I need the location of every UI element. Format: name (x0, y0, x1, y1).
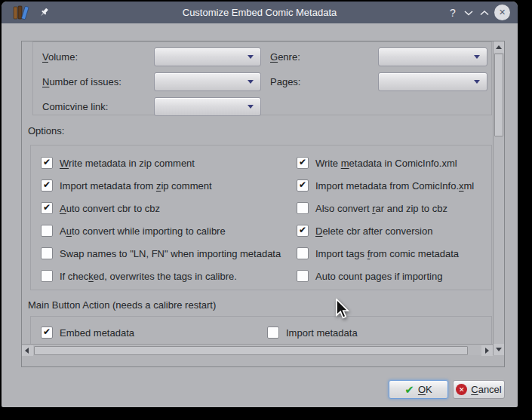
scroll-right-arrow[interactable] (481, 345, 493, 356)
checkbox-also-convert-rar-and-zip-box[interactable] (297, 202, 309, 214)
check-icon: ✔ (404, 384, 414, 395)
scrollbar-corner (493, 355, 504, 366)
pages-label: Pages: (270, 72, 300, 91)
cancel-button-label: Cancel (471, 384, 501, 395)
checkbox-auto-count-pages-if-importing-label: Auto count pages if importing (315, 271, 442, 282)
checkbox-overwrite-tags-in-calibre-box[interactable] (41, 270, 53, 282)
checkbox-write-metadata-in-zip-comment-box[interactable]: ✔ (41, 157, 53, 169)
metadata-fields-panel: Volume: Genre: Number of issues: (32, 41, 492, 115)
options-column-left: ✔Write metadata in zip comment✔Import me… (41, 152, 281, 287)
horizontal-scrollbar[interactable] (22, 344, 493, 355)
checkbox-auto-count-pages-if-importing-box[interactable] (297, 270, 309, 282)
main-button-action-heading: Main Button Action (needs a calibre rest… (28, 299, 216, 312)
checkbox-auto-convert-while-importing-label: Auto convert while importing to calibre (60, 225, 226, 237)
checkbox-import-metadata-from-zip-comment[interactable]: ✔Import metadata from zip comment (41, 174, 281, 197)
checkbox-swap-names[interactable]: Swap names to "LN, FN" when importing me… (41, 242, 281, 265)
checkbox-embed-metadata-label: Embed metadata (60, 327, 134, 339)
checkbox-import-metadata-from-comicinfo[interactable]: ✔Import metadata from ComicInfo.xml (297, 174, 474, 197)
cancel-button[interactable]: ✕ Cancel (453, 380, 505, 399)
checkbox-write-metadata-in-comicinfo-box[interactable]: ✔ (297, 157, 309, 169)
comicvine-link-label: Comicvine link: (42, 97, 108, 116)
scroll-viewport: Volume: Genre: Number of issues: (22, 41, 493, 355)
checkbox-import-metadata[interactable]: Import metadata (267, 321, 493, 344)
dialog-body: Volume: Genre: Number of issues: (2, 23, 518, 407)
ok-button[interactable]: ✔ OK (389, 380, 448, 399)
checkbox-import-metadata-from-zip-comment-label: Import metadata from zip comment (60, 180, 212, 192)
checkbox-auto-count-pages-if-importing[interactable]: Auto count pages if importing (297, 265, 474, 287)
dialog-window: Customize Embed Comic Metadata ? ✕ Volum… (2, 2, 518, 407)
scroll-left-arrow[interactable] (22, 345, 33, 356)
checkbox-import-metadata-box[interactable] (267, 326, 279, 339)
checkbox-import-metadata-label: Import metadata (286, 327, 358, 339)
window-title: Customize Embed Comic Metadata (2, 2, 518, 23)
checkbox-import-metadata-from-comicinfo-box[interactable]: ✔ (297, 179, 309, 192)
volume-combobox[interactable] (154, 48, 261, 66)
minimize-icon[interactable] (463, 2, 475, 23)
dropdown-arrow-icon (474, 55, 480, 59)
checkbox-delete-cbr-after-conversion[interactable]: ✔Delete cbr after conversion (297, 219, 474, 242)
maximize-icon[interactable] (478, 2, 490, 23)
volume-label: Volume: (42, 48, 78, 66)
number-of-issues-label: Number of issues: (42, 72, 121, 91)
horizontal-scrollbar-thumb[interactable] (34, 346, 468, 355)
options-heading: Options: (28, 124, 64, 138)
checkbox-write-metadata-in-zip-comment-label: Write metadata in zip comment (60, 158, 195, 169)
checkbox-embed-metadata[interactable]: ✔Embed metadata (41, 321, 267, 344)
checkbox-import-tags-from-comic-metadata[interactable]: Import tags from comic metadata (297, 242, 474, 265)
help-icon[interactable]: ? (446, 2, 460, 23)
main-button-action-checkboxes: ✔Embed metadataImport metadata (41, 321, 493, 344)
checkbox-auto-convert-cbr-to-cbz[interactable]: ✔Auto convert cbr to cbz (41, 197, 281, 219)
checkbox-also-convert-rar-and-zip[interactable]: Also convert rar and zip to cbz (297, 197, 474, 219)
checkbox-also-convert-rar-and-zip-label: Also convert rar and zip to cbz (315, 203, 447, 214)
checkbox-swap-names-label: Swap names to "LN, FN" when importing me… (60, 248, 281, 259)
checkbox-auto-convert-while-importing-box[interactable] (41, 225, 53, 237)
scroll-down-arrow[interactable] (494, 344, 504, 355)
checkbox-auto-convert-cbr-to-cbz-box[interactable]: ✔ (41, 202, 53, 214)
checkbox-delete-cbr-after-conversion-label: Delete cbr after conversion (315, 225, 432, 237)
titlebar[interactable]: Customize Embed Comic Metadata ? ✕ (2, 2, 518, 23)
checkbox-overwrite-tags-in-calibre-label: If checked, overwrites the tags in calib… (60, 271, 237, 282)
close-icon[interactable]: ✕ (494, 5, 510, 20)
checkbox-import-metadata-from-comicinfo-label: Import metadata from ComicInfo.xml (315, 180, 474, 192)
checkbox-delete-cbr-after-conversion-box[interactable]: ✔ (297, 225, 309, 237)
checkbox-import-tags-from-comic-metadata-box[interactable] (297, 247, 309, 259)
checkbox-import-metadata-from-zip-comment-box[interactable]: ✔ (41, 179, 53, 192)
dropdown-arrow-icon (248, 80, 254, 84)
dropdown-arrow-icon (248, 55, 254, 59)
checkbox-write-metadata-in-comicinfo[interactable]: ✔Write metadata in ComicInfo.xml (297, 152, 474, 174)
checkbox-embed-metadata-box[interactable]: ✔ (41, 326, 53, 339)
vertical-scrollbar[interactable] (493, 41, 504, 355)
number-of-issues-combobox[interactable] (154, 72, 261, 91)
checkbox-write-metadata-in-comicinfo-label: Write metadata in ComicInfo.xml (315, 158, 457, 169)
genre-combobox[interactable] (378, 48, 487, 66)
checkbox-write-metadata-in-zip-comment[interactable]: ✔Write metadata in zip comment (41, 152, 281, 174)
checkbox-auto-convert-while-importing[interactable]: Auto convert while importing to calibre (41, 219, 281, 242)
vertical-scrollbar-thumb[interactable] (494, 54, 503, 136)
cross-icon: ✕ (456, 384, 467, 395)
desktop: { "colors": { "titlebar": "#565d6e", "di… (0, 0, 532, 420)
dropdown-arrow-icon (474, 80, 480, 84)
checkbox-overwrite-tags-in-calibre[interactable]: If checked, overwrites the tags in calib… (41, 265, 281, 287)
checkbox-swap-names-box[interactable] (41, 247, 53, 259)
checkbox-auto-convert-cbr-to-cbz-label: Auto convert cbr to cbz (60, 203, 160, 214)
options-column-right: ✔Write metadata in ComicInfo.xml✔Import … (297, 152, 474, 287)
ok-button-label: OK (418, 384, 432, 395)
pages-combobox[interactable] (378, 72, 487, 91)
checkbox-import-tags-from-comic-metadata-label: Import tags from comic metadata (315, 248, 459, 259)
comicvine-link-combobox[interactable] (154, 97, 261, 116)
scroll-area: Volume: Genre: Number of issues: (21, 41, 505, 367)
scroll-up-arrow[interactable] (494, 41, 504, 53)
genre-label: Genre: (270, 48, 300, 66)
options-panel: ✔Write metadata in zip comment✔Import me… (30, 145, 492, 290)
dropdown-arrow-icon (248, 105, 254, 109)
